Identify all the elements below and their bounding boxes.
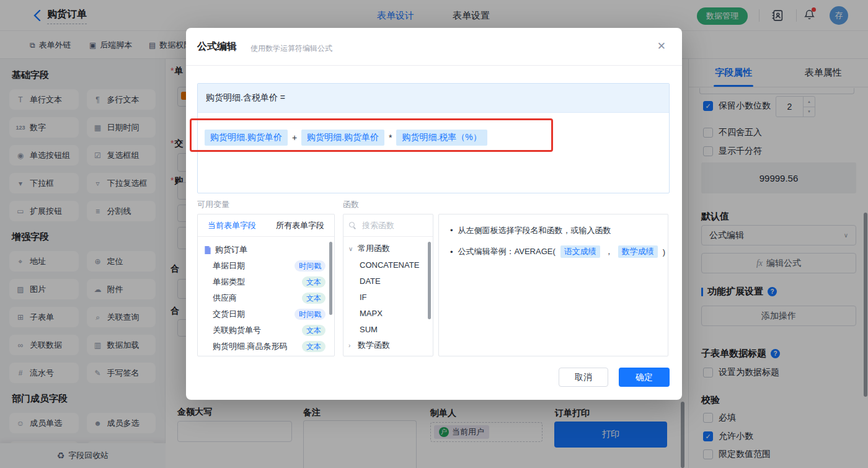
type-badge: 文本 [302,276,326,288]
example-field-chip: 数学成绩 [618,245,658,258]
form-tree-root[interactable]: 购货订单 [198,242,334,258]
operator: * [389,133,392,143]
field-token[interactable]: 购货明细.税率（%） [396,130,487,146]
help-tip-2: • 公式编辑举例：AVERAGE( 语文成绩 ， 数学成绩 ) [450,245,657,258]
function-group-common[interactable]: ∨ 常用函数 [343,241,433,257]
function-search [343,214,433,237]
function-item[interactable]: MAPX [343,305,433,321]
function-item[interactable]: DATE [343,273,433,289]
help-tip-1: • 从左侧面板选择字段名和函数，或输入函数 [450,224,657,237]
function-item[interactable]: CONCATENATE [343,257,433,273]
type-badge: 时间戳 [294,309,326,320]
formula-target: 购货明细.含税单价 = [198,84,669,113]
variable-row[interactable]: 单据日期时间戳 [198,258,334,274]
variable-row[interactable]: 关联购货单号文本 [198,322,334,338]
confirm-button[interactable]: 确定 [619,368,670,387]
functions-label: 函数 [343,199,359,210]
cancel-button[interactable]: 取消 [559,368,608,387]
variables-scrollbar[interactable] [329,242,332,315]
close-icon[interactable]: ✕ [657,40,666,53]
field-token[interactable]: 购货明细.购货单价 [205,130,288,146]
variables-label: 可用变量 [197,199,229,210]
example-field-chip: 语文成绩 [560,245,600,258]
search-icon [349,222,356,229]
variable-row[interactable]: 单据类型文本 [198,274,334,290]
variables-panel: 当前表单字段 所有表单字段 购货订单 单据日期时间戳 单据类型文本 供应商文本 … [197,214,335,356]
formula-edit-modal: 公式编辑 使用数学运算符编辑公式 ✕ 购货明细.含税单价 = 购货明细.购货单价… [186,28,682,400]
variable-row[interactable]: 交货日期时间戳 [198,306,334,322]
variable-row[interactable]: 购货明细.商品条形码文本 [198,338,334,355]
functions-panel: ∨ 常用函数 CONCATENATE DATE IF MAPX SUM › 数学… [343,214,433,356]
variable-row[interactable]: 供应商文本 [198,290,334,306]
app-root: 购货订单 表单设计 表单设置 数据管理 存 ⧉ 表单外链 ▣ 后端脚本 ▤ 数据… [0,0,868,468]
chevron-down-icon: ∨ [348,245,355,252]
tab-current-form-fields[interactable]: 当前表单字段 [198,214,266,236]
type-badge: 时间戳 [294,260,326,272]
function-item[interactable]: IF [343,289,433,305]
functions-scrollbar[interactable] [428,242,431,319]
tab-all-form-fields[interactable]: 所有表单字段 [266,214,334,236]
document-icon [204,246,211,254]
help-panel: • 从左侧面板选择字段名和函数，或输入函数 • 公式编辑举例：AVERAGE( … [438,214,668,356]
type-badge: 文本 [302,293,326,304]
type-badge: 文本 [302,325,326,336]
type-badge: 文本 [302,341,326,352]
chevron-right-icon: › [348,342,355,349]
function-group-math[interactable]: › 数学函数 [343,337,433,353]
operator: + [292,133,297,143]
modal-subtitle: 使用数学运算符编辑公式 [250,43,332,54]
field-token[interactable]: 购货明细.购货单价 [301,130,384,146]
function-group-text[interactable]: › 文本函数 [343,353,433,356]
function-item[interactable]: SUM [343,321,433,337]
search-input[interactable] [361,220,418,231]
modal-title: 公式编辑 [197,40,237,53]
formula-expression: 购货明细.购货单价 + 购货明细.购货单价 * 购货明细.税率（%） [205,130,487,146]
